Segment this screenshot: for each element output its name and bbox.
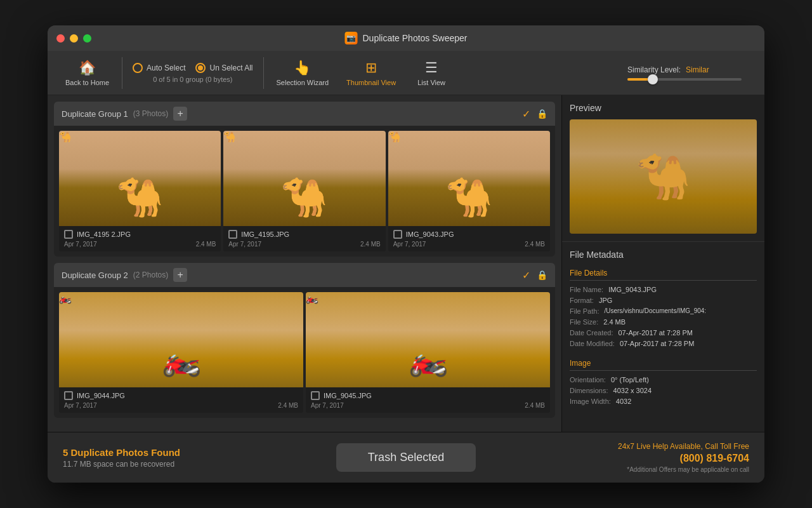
photo-item-img9044[interactable]: 🏍️ IMG_9044.JPG Apr 7, 2017 2.4 MB — [59, 292, 303, 413]
duplicate-count: 5 Duplicate Photos Found — [63, 447, 336, 458]
meta-label-filepath: File Path: — [570, 307, 599, 315]
photo-item-img4195[interactable]: 🐪 IMG_4195.JPG Apr 7, 2017 2.4 MB — [223, 131, 385, 251]
meta-label-imagewidth: Image Width: — [570, 398, 611, 405]
photo-name-5: IMG_9045.JPG — [324, 392, 372, 399]
fine-print: *Additional Offers may be applicable on … — [476, 466, 749, 473]
meta-row-filesize: File Size: 2.4 MB — [570, 318, 757, 326]
group-2-photos: 🏍️ IMG_9044.JPG Apr 7, 2017 2.4 MB — [54, 287, 555, 418]
meta-value-format: JPG — [599, 297, 757, 304]
metadata-section: File Metadata File Details File Name: IM… — [562, 242, 764, 432]
list-view-button[interactable]: ☰ List View — [406, 56, 457, 90]
photo-checkbox-1[interactable] — [64, 230, 73, 239]
traffic-lights — [56, 34, 91, 43]
photo-date-1: Apr 7, 2017 — [64, 241, 97, 248]
group-2-check-icon[interactable]: ✓ — [522, 269, 530, 281]
right-panel: Preview 🐪 File Metadata File Details Fil… — [561, 95, 764, 432]
selection-wizard-button[interactable]: 👆 Selection Wizard — [269, 56, 337, 90]
unselect-all-radio[interactable]: Un Select All — [195, 63, 252, 73]
app-icon: 📷 — [345, 32, 358, 44]
group-1-add-button[interactable]: + — [173, 107, 187, 121]
photo-meta-2: Apr 7, 2017 2.4 MB — [228, 241, 380, 248]
group-2-add-button[interactable]: + — [173, 268, 187, 282]
titlebar: 📷 Duplicate Photos Sweeper — [48, 25, 764, 51]
photo-name-1: IMG_4195 2.JPG — [77, 231, 131, 238]
minimize-button[interactable] — [70, 34, 78, 43]
meta-row-format: Format: JPG — [570, 297, 757, 304]
photo-meta-3: Apr 7, 2017 2.4 MB — [393, 241, 545, 248]
bottom-bar: 5 Duplicate Photos Found 11.7 MB space c… — [48, 432, 764, 483]
photo-thumb-3: 🐪 — [388, 131, 550, 226]
meta-row-filepath: File Path: /Users/vishnu/Documents/IMG_9… — [570, 307, 757, 315]
auto-select-radio[interactable]: Auto Select — [133, 63, 185, 73]
meta-label-datemodified: Date Modified: — [570, 340, 615, 347]
space-recoverable: 11.7 MB space can be recovered — [63, 460, 336, 469]
slider-thumb[interactable] — [648, 74, 658, 84]
preview-section: Preview 🐪 — [562, 95, 764, 242]
meta-label-filename: File Name: — [570, 286, 603, 293]
group-2-header: Duplicate Group 2 (2 Photos) + ✓ 🔒 — [54, 263, 555, 287]
photo-name-3: IMG_9043.JPG — [406, 231, 454, 238]
select-radio-group: Auto Select Un Select All — [133, 63, 252, 73]
group-2-name: Duplicate Group 2 — [62, 271, 128, 280]
duplicate-group-1: Duplicate Group 1 (3 Photos) + ✓ 🔒 🐪 — [54, 102, 555, 257]
photo-size-2: 2.4 MB — [360, 241, 381, 248]
photo-item-img9043[interactable]: 🐪 IMG_9043.JPG Apr 7, 2017 2.4 MB — [388, 131, 550, 251]
photo-meta-5: Apr 7, 2017 2.4 MB — [311, 402, 545, 409]
meta-value-filepath: /Users/vishnu/Documents/IMG_904: — [604, 307, 757, 315]
group-1-check-icon[interactable]: ✓ — [522, 108, 530, 120]
photo-meta-1: Apr 7, 2017 2.4 MB — [64, 241, 216, 248]
meta-label-datecreated: Date Created: — [570, 329, 613, 337]
group-2-actions: ✓ 🔒 — [522, 269, 547, 281]
group-1-actions: ✓ 🔒 — [522, 108, 547, 120]
slider-fill — [627, 78, 650, 81]
thumbnail-view-button[interactable]: ⊞ Thumbnail View — [339, 56, 403, 90]
group-1-lock-icon[interactable]: 🔒 — [537, 109, 547, 119]
photo-date-5: Apr 7, 2017 — [311, 402, 344, 409]
photo-checkbox-2[interactable] — [228, 230, 237, 239]
preview-image: 🐪 — [570, 119, 757, 234]
auto-select-circle — [133, 63, 143, 73]
meta-label-format: Format: — [570, 297, 594, 304]
bottom-stats: 5 Duplicate Photos Found 11.7 MB space c… — [63, 447, 336, 469]
toolbar-divider-2 — [263, 57, 264, 89]
toolbar-center: Auto Select Un Select All 0 of 5 in 0 gr… — [133, 63, 252, 83]
close-button[interactable] — [56, 34, 65, 43]
list-icon: ☰ — [425, 60, 438, 76]
photo-name-row-3: IMG_9043.JPG — [393, 230, 545, 239]
trash-selected-button[interactable]: Trash Selected — [336, 443, 476, 472]
meta-label-orientation: Orientation: — [570, 376, 606, 384]
photo-name-row-5: IMG_9045.JPG — [311, 391, 545, 400]
photo-meta-4: Apr 7, 2017 2.4 MB — [64, 402, 298, 409]
toolbar: 🏠 Back to Home Auto Select Un Select All… — [48, 51, 764, 95]
photo-info-3: IMG_9043.JPG Apr 7, 2017 2.4 MB — [388, 226, 550, 251]
photo-item-img4195-2[interactable]: 🐪 IMG_4195 2.JPG Apr 7, 2017 2.4 MB — [59, 131, 221, 251]
back-to-home-button[interactable]: 🏠 Back to Home — [58, 56, 117, 90]
photo-checkbox-3[interactable] — [393, 230, 402, 239]
image-details-group: Image Orientation: 0° (Top/Left) Dimensi… — [570, 356, 757, 405]
app-title: 📷 Duplicate Photos Sweeper — [345, 32, 468, 44]
photo-info-1: IMG_4195 2.JPG Apr 7, 2017 2.4 MB — [59, 226, 221, 251]
photo-item-img9045[interactable]: 🏍️ IMG_9045.JPG Apr 7, 2017 2.4 MB — [306, 292, 550, 413]
photo-date-2: Apr 7, 2017 — [228, 241, 261, 248]
photo-thumb-1: 🐪 — [59, 131, 221, 226]
photo-thumb-4: 🏍️ — [59, 292, 303, 387]
meta-row-datecreated: Date Created: 07-Apr-2017 at 7:28 PM — [570, 329, 757, 337]
photo-name-row-2: IMG_4195.JPG — [228, 230, 380, 239]
wizard-icon: 👆 — [294, 60, 311, 76]
photo-info-2: IMG_4195.JPG Apr 7, 2017 2.4 MB — [223, 226, 385, 251]
photo-name-4: IMG_9044.JPG — [77, 392, 125, 399]
similarity-area: Similarity Level: Similar — [627, 65, 754, 81]
group-2-title: Duplicate Group 2 (2 Photos) + — [62, 268, 187, 282]
photo-size-5: 2.4 MB — [525, 402, 545, 409]
group-1-photos: 🐪 IMG_4195 2.JPG Apr 7, 2017 2.4 MB — [54, 126, 555, 257]
fullscreen-button[interactable] — [83, 34, 91, 43]
similarity-slider[interactable] — [627, 78, 742, 81]
meta-value-filename: IMG_9043.JPG — [608, 286, 757, 293]
image-details-title: Image — [570, 356, 757, 371]
meta-value-imagewidth: 4032 — [616, 398, 757, 405]
photo-checkbox-5[interactable] — [311, 391, 320, 400]
photo-checkbox-4[interactable] — [64, 391, 73, 400]
group-2-count: (2 Photos) — [133, 271, 168, 279]
meta-value-datecreated: 07-Apr-2017 at 7:28 PM — [618, 329, 757, 337]
group-2-lock-icon[interactable]: 🔒 — [537, 270, 547, 280]
